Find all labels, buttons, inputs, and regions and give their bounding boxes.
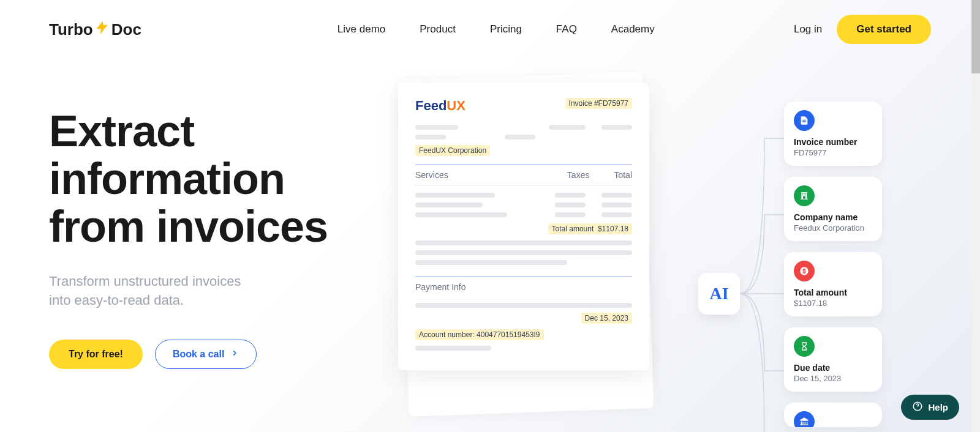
company-highlight: FeedUX Corporation	[415, 145, 490, 156]
hourglass-icon	[794, 336, 815, 357]
help-icon	[912, 401, 923, 414]
total-label: Total amount	[552, 225, 594, 233]
bolt-icon	[94, 20, 110, 40]
table-row	[415, 193, 632, 198]
placeholder	[415, 212, 507, 217]
placeholder	[415, 240, 632, 245]
hero-text: Extract information from invoices Transf…	[49, 108, 380, 369]
nav-pricing[interactable]: Pricing	[490, 23, 522, 35]
dollar-icon	[794, 261, 815, 281]
logo[interactable]: Turbo Doc	[49, 20, 141, 40]
card-title: Total amount	[794, 288, 871, 297]
hero-illustration: FeedUX Invoice #FD75977 FeedUX Corporati…	[404, 108, 931, 369]
placeholder	[415, 193, 495, 198]
nav-live-demo[interactable]: Live demo	[337, 23, 385, 35]
table-header: Services Taxes Total	[415, 164, 632, 185]
total-highlight: Total amount $1107.18	[548, 223, 632, 234]
hero-sub-line2: into easy-to-read data.	[49, 292, 184, 308]
placeholder	[415, 125, 458, 130]
main-nav: Live demo Product Pricing FAQ Academy	[337, 23, 655, 35]
building-icon	[794, 185, 815, 206]
hero-title: Extract information from invoices	[49, 108, 380, 250]
col-services: Services	[415, 170, 543, 180]
header-actions: Log in Get started	[794, 15, 931, 44]
nav-product[interactable]: Product	[420, 23, 456, 35]
card-title: Due date	[794, 363, 871, 373]
logo-text-2: Doc	[111, 20, 141, 39]
card-due-date: Due date Dec 15, 2023	[784, 327, 882, 392]
placeholder-row	[415, 135, 632, 140]
hero-title-line2: information	[49, 154, 285, 203]
col-taxes: Taxes	[567, 170, 590, 180]
placeholder	[601, 125, 632, 130]
doc-header: FeedUX Invoice #FD75977	[415, 98, 632, 114]
placeholder	[415, 346, 491, 351]
extraction-cards: Invoice number FD75977 Company name Feed…	[784, 102, 882, 427]
invoice-number-highlight: Invoice #FD75977	[565, 98, 632, 109]
hero-sub-line1: Transform unstructured invoices	[49, 274, 241, 289]
card-partial	[784, 403, 882, 427]
total-value: $1107.18	[598, 225, 628, 233]
col-total: Total	[614, 170, 632, 180]
ai-badge: AI	[698, 273, 740, 315]
card-value: FD75977	[794, 148, 871, 157]
doc-logo-feed: Feed	[415, 98, 447, 113]
hero-title-line3: from invoices	[49, 202, 328, 251]
placeholder	[601, 203, 632, 207]
help-button[interactable]: Help	[901, 395, 959, 420]
login-link[interactable]: Log in	[794, 23, 822, 35]
logo-text-1: Turbo	[49, 20, 93, 39]
placeholder	[415, 203, 483, 207]
placeholder	[415, 260, 567, 265]
placeholder	[555, 193, 586, 198]
document-stack: FeedUX Invoice #FD75977 FeedUX Corporati…	[398, 83, 662, 370]
card-value: $1107.18	[794, 299, 871, 308]
card-value: Dec 15, 2023	[794, 374, 871, 383]
placeholder	[415, 250, 632, 255]
header: Turbo Doc Live demo Product Pricing FAQ …	[0, 0, 980, 59]
date-row: Dec 15, 2023	[415, 313, 632, 324]
book-call-button[interactable]: Book a call	[155, 340, 257, 369]
hero: Extract information from invoices Transf…	[0, 108, 980, 369]
ai-label: AI	[709, 284, 728, 304]
placeholder	[555, 212, 586, 217]
hero-title-line1: Extract	[49, 106, 194, 155]
placeholder	[505, 135, 535, 140]
card-total-amount: Total amount $1107.18	[784, 252, 882, 316]
table-row	[415, 203, 632, 207]
total-row: Total amount $1107.18	[415, 223, 632, 234]
table-row	[415, 212, 632, 217]
connector-lines	[740, 108, 789, 432]
nav-academy[interactable]: Academy	[611, 23, 655, 35]
bank-icon	[794, 411, 815, 427]
scrollbar[interactable]	[971, 0, 980, 432]
hero-subtitle: Transform unstructured invoices into eas…	[49, 272, 380, 310]
placeholder	[415, 135, 446, 140]
scrollbar-thumb[interactable]	[971, 0, 980, 73]
placeholder	[415, 303, 632, 308]
card-invoice-number: Invoice number FD75977	[784, 102, 882, 166]
help-label: Help	[928, 402, 948, 412]
payment-section-title: Payment Info	[415, 276, 632, 297]
get-started-button[interactable]: Get started	[837, 15, 931, 44]
chevron-right-icon	[230, 349, 239, 360]
placeholder	[601, 212, 632, 217]
nav-faq[interactable]: FAQ	[556, 23, 577, 35]
placeholder	[601, 193, 632, 198]
doc-logo: FeedUX	[415, 98, 466, 114]
document-icon	[794, 110, 815, 131]
card-title: Invoice number	[794, 137, 871, 147]
card-company-name: Company name Feedux Corporation	[784, 177, 882, 241]
hero-actions: Try for free! Book a call	[49, 340, 380, 369]
card-title: Company name	[794, 212, 871, 222]
book-call-label: Book a call	[173, 349, 224, 360]
placeholder-row	[415, 125, 632, 130]
document-front: FeedUX Invoice #FD75977 FeedUX Corporati…	[398, 83, 649, 370]
date-highlight: Dec 15, 2023	[581, 313, 632, 324]
card-value: Feedux Corporation	[794, 223, 871, 233]
placeholder	[555, 203, 586, 207]
placeholder	[549, 125, 586, 130]
account-highlight: Account number: 40047701519453I9	[415, 329, 544, 340]
doc-logo-ux: UX	[447, 98, 466, 113]
try-free-button[interactable]: Try for free!	[49, 340, 143, 369]
